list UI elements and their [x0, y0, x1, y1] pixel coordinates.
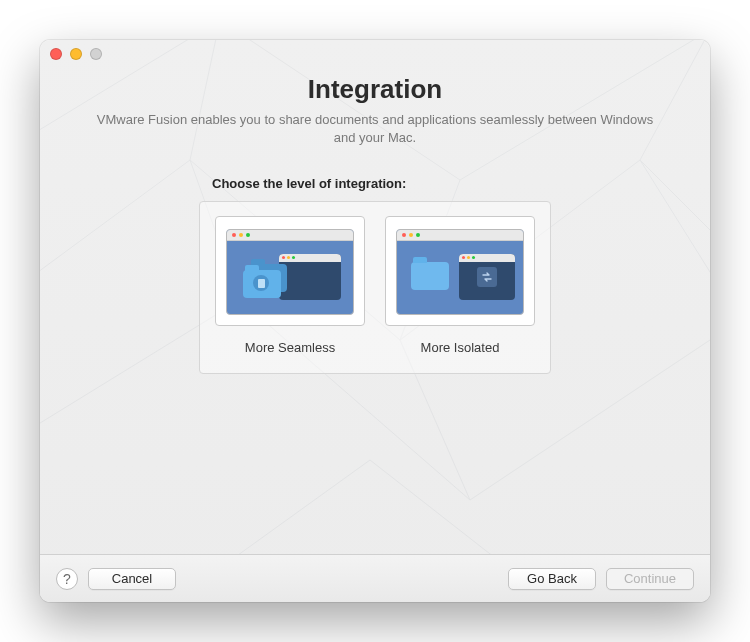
close-window-button[interactable]: [50, 48, 62, 60]
page-title: Integration: [64, 74, 686, 105]
footer-bar: ? Cancel Go Back Continue: [40, 554, 710, 602]
document-icon: [253, 275, 269, 291]
zoom-window-button: [90, 48, 102, 60]
content-area: Integration VMware Fusion enables you to…: [40, 62, 710, 554]
page-subtitle: VMware Fusion enables you to share docum…: [95, 111, 655, 146]
installer-window: Integration VMware Fusion enables you to…: [40, 40, 710, 602]
option-label-isolated: More Isolated: [421, 340, 500, 355]
minimize-window-button[interactable]: [70, 48, 82, 60]
help-button[interactable]: ?: [56, 568, 78, 590]
option-more-seamless[interactable]: More Seamless: [212, 216, 368, 355]
option-label-seamless: More Seamless: [245, 340, 335, 355]
seamless-thumbnail: [215, 216, 365, 326]
titlebar: [40, 40, 710, 62]
option-more-isolated[interactable]: More Isolated: [382, 216, 538, 355]
swap-icon: [477, 267, 497, 287]
integration-options: More Seamless: [199, 201, 551, 374]
cancel-button[interactable]: Cancel: [88, 568, 176, 590]
go-back-button[interactable]: Go Back: [508, 568, 596, 590]
window-controls: [50, 48, 102, 60]
continue-button: Continue: [606, 568, 694, 590]
section-label: Choose the level of integration:: [212, 176, 686, 191]
isolated-thumbnail: [385, 216, 535, 326]
